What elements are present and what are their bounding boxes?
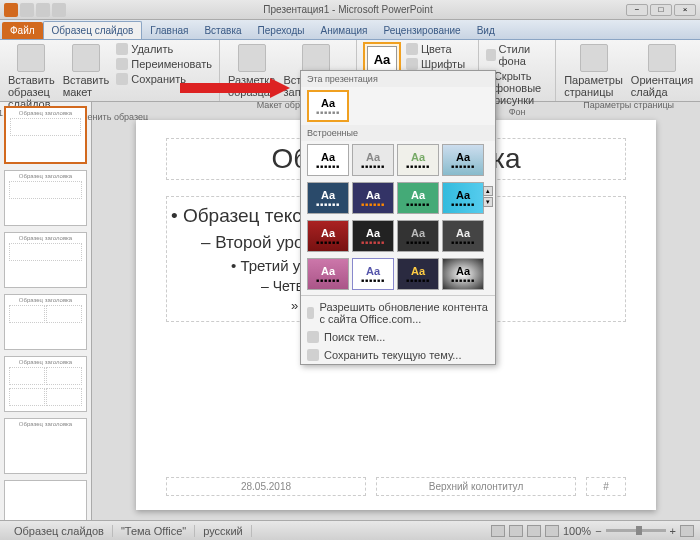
- tab-transitions[interactable]: Переходы: [250, 22, 313, 39]
- gallery-scrollbar[interactable]: ▴ ▾: [483, 186, 493, 207]
- status-view-mode: Образец слайдов: [6, 525, 113, 537]
- delete-icon: [116, 43, 128, 55]
- themes-gallery-dropdown: Эта презентация Aa■■■■■■ Встроенные Aa■■…: [300, 70, 496, 365]
- master-thumbnail[interactable]: 1Образец заголовка: [4, 106, 87, 164]
- theme-thumb[interactable]: Aa■■■■■■: [397, 144, 439, 176]
- theme-thumb[interactable]: Aa■■■■■■: [442, 182, 484, 214]
- browse-themes-item[interactable]: Поиск тем...: [301, 328, 495, 346]
- scroll-up-icon[interactable]: ▴: [483, 186, 493, 196]
- save-current-theme-item[interactable]: Сохранить текущую тему...: [301, 346, 495, 364]
- theme-thumb[interactable]: Aa■■■■■■: [307, 90, 349, 122]
- fonts-button[interactable]: Шрифты: [405, 57, 472, 71]
- colors-icon: [406, 43, 418, 55]
- tab-insert[interactable]: Вставка: [196, 22, 249, 39]
- zoom-in-button[interactable]: +: [670, 525, 676, 537]
- rename-icon: [116, 58, 128, 70]
- status-language[interactable]: русский: [195, 525, 251, 537]
- theme-thumb[interactable]: Aa■■■■■■: [307, 144, 349, 176]
- tab-slide-master[interactable]: Образец слайдов: [43, 21, 143, 39]
- tab-animations[interactable]: Анимация: [312, 22, 375, 39]
- close-button[interactable]: ×: [674, 4, 696, 16]
- layout-thumbnail[interactable]: Образец заголовка: [4, 294, 87, 350]
- theme-thumb[interactable]: Aa■■■■■■: [442, 258, 484, 290]
- page-setup-button[interactable]: Параметры страницы: [562, 42, 625, 100]
- layout-thumbnail[interactable]: Образец заголовка: [4, 356, 87, 412]
- zoom-slider[interactable]: [606, 529, 666, 532]
- theme-thumb[interactable]: Aa■■■■■■: [352, 258, 394, 290]
- orientation-icon: [648, 44, 676, 72]
- layout-thumbnail[interactable]: Образец заголовка: [4, 170, 87, 226]
- minimize-button[interactable]: −: [626, 4, 648, 16]
- undo-icon[interactable]: [36, 3, 50, 17]
- slide-master-icon: [17, 44, 45, 72]
- placeholder-icon: [302, 44, 330, 72]
- save-icon[interactable]: [20, 3, 34, 17]
- theme-thumb[interactable]: Aa■■■■■■: [397, 182, 439, 214]
- quick-access-toolbar: [0, 3, 70, 17]
- theme-thumb[interactable]: Aa■■■■■■: [307, 220, 349, 252]
- theme-thumb[interactable]: Aa■■■■■■: [442, 144, 484, 176]
- reading-view-button[interactable]: [527, 525, 541, 537]
- themes-icon: Aa: [367, 46, 397, 72]
- theme-thumb[interactable]: Aa■■■■■■: [352, 182, 394, 214]
- group-label: Параметры страницы: [583, 100, 674, 110]
- theme-thumb[interactable]: Aa■■■■■■: [307, 258, 349, 290]
- footer-placeholders: 28.05.2018 Верхний колонтитул #: [166, 477, 626, 496]
- theme-thumb[interactable]: Aa■■■■■■: [352, 220, 394, 252]
- zoom-level[interactable]: 100%: [563, 525, 591, 537]
- window-title: Презентация1 - Microsoft PowerPoint: [70, 4, 626, 15]
- rename-button[interactable]: Переименовать: [115, 57, 213, 71]
- scroll-down-icon[interactable]: ▾: [483, 197, 493, 207]
- save-icon: [307, 349, 319, 361]
- zoom-out-button[interactable]: −: [595, 525, 601, 537]
- normal-view-button[interactable]: [491, 525, 505, 537]
- preserve-icon: [116, 73, 128, 85]
- window-controls: − □ ×: [626, 4, 700, 16]
- tab-file[interactable]: Файл: [2, 22, 43, 39]
- slide-number-placeholder[interactable]: #: [586, 477, 626, 496]
- thumbnail-pane[interactable]: 1Образец заголовка Образец заголовка Обр…: [0, 102, 92, 520]
- insert-layout-button[interactable]: Вставить макет: [61, 42, 112, 100]
- master-layout-icon: [238, 44, 266, 72]
- enable-office-updates-item[interactable]: Разрешить обновление контента с сайта Of…: [301, 298, 495, 328]
- annotation-arrow: [180, 78, 290, 98]
- app-icon[interactable]: [4, 3, 18, 17]
- globe-icon: [307, 307, 314, 319]
- theme-thumb[interactable]: Aa■■■■■■: [397, 258, 439, 290]
- fonts-icon: [406, 58, 418, 70]
- theme-thumb[interactable]: Aa■■■■■■: [397, 220, 439, 252]
- gallery-section-builtin: Встроенные: [301, 125, 495, 141]
- slide-orientation-button[interactable]: Ориентация слайда: [629, 42, 695, 100]
- tab-review[interactable]: Рецензирование: [375, 22, 468, 39]
- page-setup-icon: [580, 44, 608, 72]
- background-styles-button[interactable]: Стили фона: [485, 42, 549, 68]
- tab-home[interactable]: Главная: [142, 22, 196, 39]
- theme-thumb[interactable]: Aa■■■■■■: [307, 182, 349, 214]
- insert-slide-master-button[interactable]: Вставить образец слайдов: [6, 42, 57, 112]
- redo-icon[interactable]: [52, 3, 66, 17]
- bg-styles-icon: [486, 49, 496, 61]
- group-label: Фон: [509, 107, 526, 117]
- layout-thumbnail[interactable]: Образец заголовка: [4, 418, 87, 474]
- tab-view[interactable]: Вид: [469, 22, 503, 39]
- date-placeholder[interactable]: 28.05.2018: [166, 477, 366, 496]
- status-bar: Образец слайдов "Тема Office" русский 10…: [0, 520, 700, 540]
- gallery-section-current: Эта презентация: [301, 71, 495, 87]
- layout-icon: [72, 44, 100, 72]
- title-bar: Презентация1 - Microsoft PowerPoint − □ …: [0, 0, 700, 20]
- colors-button[interactable]: Цвета: [405, 42, 472, 56]
- delete-button[interactable]: Удалить: [115, 42, 213, 56]
- footer-placeholder[interactable]: Верхний колонтитул: [376, 477, 576, 496]
- layout-thumbnail[interactable]: [4, 480, 87, 520]
- status-theme: "Тема Office": [113, 525, 195, 537]
- ribbon-group-page-setup: Параметры страницы Ориентация слайда Пар…: [556, 40, 700, 101]
- layout-thumbnail[interactable]: Образец заголовка: [4, 232, 87, 288]
- theme-thumb[interactable]: Aa■■■■■■: [352, 144, 394, 176]
- theme-thumb[interactable]: Aa■■■■■■: [442, 220, 484, 252]
- ribbon-tabs: Файл Образец слайдов Главная Вставка Пер…: [0, 20, 700, 40]
- slideshow-button[interactable]: [545, 525, 559, 537]
- fit-to-window-button[interactable]: [680, 525, 694, 537]
- maximize-button[interactable]: □: [650, 4, 672, 16]
- folder-icon: [307, 331, 319, 343]
- sorter-view-button[interactable]: [509, 525, 523, 537]
